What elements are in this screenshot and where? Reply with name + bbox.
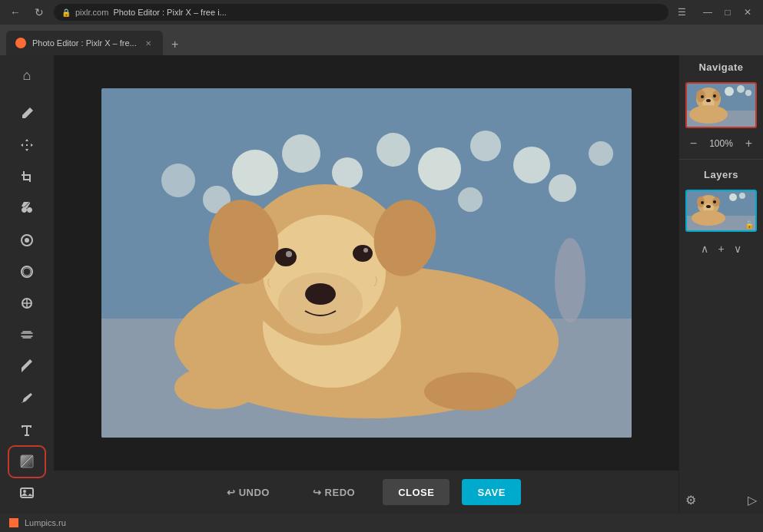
left-toolbar: ⌂ [0,55,54,514]
svg-point-22 [549,174,576,202]
svg-point-18 [377,133,410,167]
svg-point-59 [692,210,725,226]
expand-icon-button[interactable]: ▷ [748,493,757,507]
svg-point-66 [739,193,745,199]
status-favicon [9,518,18,527]
canvas-container[interactable]: FEEDBACK [54,55,678,471]
new-tab-button[interactable]: + [164,34,186,55]
save-button[interactable]: SAVE [462,479,520,505]
svg-point-37 [353,245,373,262]
back-button[interactable]: ← [6,5,25,20]
active-tab[interactable]: Photo Editor : Pixlr X – fre... ✕ [6,31,163,55]
canvas-area: FEEDBACK [54,55,678,514]
close-button[interactable]: CLOSE [383,479,450,505]
svg-rect-3 [22,174,29,176]
domain-label: pixlr.com [75,8,108,17]
crop-tool[interactable] [10,163,44,191]
svg-point-26 [458,187,483,212]
layer-item[interactable]: 🔒 [685,190,757,232]
tab-title: Photo Editor : Pixlr X – fre... [32,38,137,48]
dodge-tool[interactable] [10,289,44,318]
app-body: ⌂ [0,55,763,514]
refresh-button[interactable]: ↻ [31,5,48,20]
tab-bar: Photo Editor : Pixlr X – fre... ✕ + [0,25,763,55]
svg-point-5 [25,238,29,243]
browser-actions: ☰ [675,5,689,19]
window-close-button[interactable]: ✕ [738,5,757,19]
minimize-button[interactable]: — [698,5,717,19]
svg-point-25 [161,164,195,197]
svg-point-35 [305,283,336,305]
svg-point-15 [232,150,278,196]
svg-point-49 [706,99,711,102]
svg-point-52 [725,87,734,96]
page-title-label: Photo Editor : Pixlr X – free i... [113,8,661,17]
pencil-tool[interactable] [10,384,44,412]
tab-favicon [15,38,26,48]
navigate-thumbnail[interactable] [685,82,757,128]
layers-section: Layers 🔒 ∧ [679,163,763,263]
maximize-button[interactable]: □ [718,5,737,19]
layer-up-button[interactable]: ∧ [698,241,712,256]
svg-point-40 [174,366,259,409]
redo-button[interactable]: ↪ REDO [297,479,370,505]
svg-point-54 [745,90,751,96]
move-tool[interactable] [10,131,44,159]
liquify-tool[interactable] [10,226,44,254]
home-button[interactable]: ⌂ [10,61,44,90]
svg-point-63 [701,201,704,204]
svg-rect-2 [29,174,31,182]
svg-point-12 [23,490,26,493]
svg-point-51 [713,94,716,97]
svg-point-50 [701,95,704,98]
svg-point-23 [589,141,613,166]
address-bar[interactable]: 🔒 pixlr.com Photo Editor : Pixlr X – fre… [54,4,668,21]
svg-point-38 [286,251,292,257]
navigate-title: Navigate [679,55,763,79]
svg-point-20 [470,131,501,161]
svg-rect-11 [21,488,33,497]
menu-button[interactable]: ☰ [675,5,689,19]
cut-tool[interactable] [10,194,44,223]
svg-point-21 [513,147,550,183]
edit-tool[interactable] [10,99,44,127]
window-controls: — □ ✕ [698,5,757,19]
tab-close-button[interactable]: ✕ [143,38,154,48]
layer-add-button[interactable]: + [715,241,727,256]
svg-point-16 [282,134,320,173]
clone-tool[interactable] [10,257,44,286]
zoom-in-button[interactable]: + [741,136,757,151]
undo-button[interactable]: ↩ UNDO [211,479,285,505]
settings-icon-button[interactable]: ⚙ [685,493,696,507]
panel-divider [679,159,763,160]
zoom-out-button[interactable]: − [686,136,702,151]
svg-point-17 [332,157,363,188]
bottom-toolbar: ↩ UNDO ↪ REDO CLOSE SAVE [54,471,678,514]
zoom-value: 100% [708,138,735,149]
right-panel: Navigate [678,55,763,514]
lock-icon: 🔒 [61,8,71,17]
main-canvas[interactable] [101,88,632,438]
svg-point-64 [713,200,716,203]
image-tool[interactable] [10,479,44,507]
layers-title: Layers [679,163,763,187]
svg-point-41 [424,372,516,411]
status-bar: Lumpics.ru [0,514,763,532]
panel-bottom: ⚙ ▷ [679,487,763,514]
svg-point-53 [737,85,745,93]
gradient-tool[interactable] [10,448,44,476]
svg-point-19 [418,147,461,190]
layer-actions: ∧ + ∨ [679,235,763,263]
paintbrush-tool[interactable] [10,352,44,381]
blur-tool[interactable] [10,321,44,349]
svg-point-36 [275,248,297,266]
svg-point-62 [706,205,711,208]
layer-down-button[interactable]: ∨ [731,241,745,256]
text-tool[interactable] [10,415,44,444]
svg-point-46 [689,105,728,124]
svg-point-39 [363,248,368,253]
layer-lock-icon: 🔒 [745,220,754,229]
svg-point-47 [696,90,705,102]
browser-chrome: ← ↻ 🔒 pixlr.com Photo Editor : Pixlr X –… [0,0,763,55]
navigate-section: Navigate [679,55,763,156]
